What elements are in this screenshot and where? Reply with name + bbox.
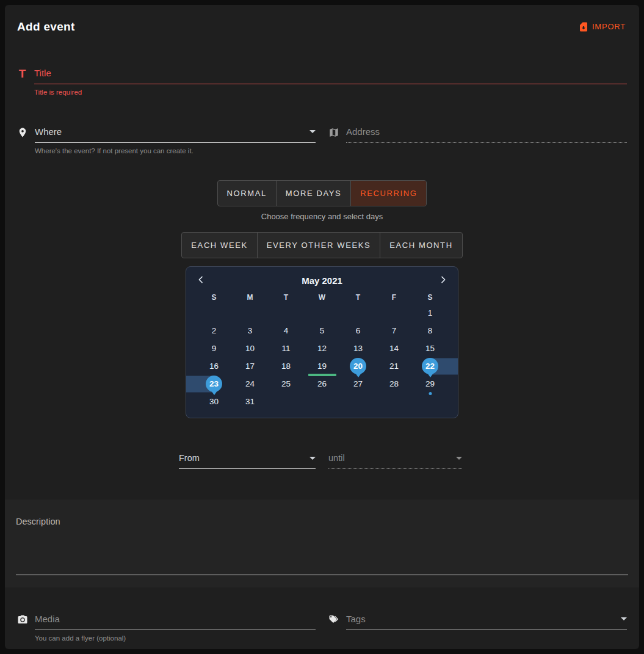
calendar-day-5[interactable]: 5 [304, 322, 340, 340]
location-row: Where Where's the event? If not present … [17, 126, 627, 154]
day-number: 16 [206, 358, 222, 374]
day-number: 5 [314, 322, 330, 339]
calendar-day-30[interactable]: 30 [196, 393, 232, 410]
calendar-day-empty [376, 393, 412, 410]
day-number: 11 [278, 340, 294, 357]
calendar-day-27[interactable]: 27 [340, 375, 376, 393]
calendar-day-24[interactable]: 24 [232, 375, 268, 393]
calendar-day-11[interactable]: 11 [268, 340, 304, 357]
calendar-day-empty [304, 304, 340, 322]
calendar-day-22[interactable]: 22 [412, 357, 448, 375]
calendar-day-31[interactable]: 31 [232, 393, 268, 410]
calendar-day-16[interactable]: 16 [196, 357, 232, 375]
tab-more-days[interactable]: MORE DAYS [277, 181, 351, 206]
calendar-day-empty [268, 393, 304, 410]
day-number: 6 [350, 322, 366, 339]
day-number: 13 [350, 340, 366, 357]
description-field[interactable]: Description [5, 500, 639, 587]
calendar-next-button[interactable] [435, 272, 452, 289]
address-input[interactable]: Address [346, 126, 627, 143]
import-file-icon [578, 21, 589, 32]
calendar-prev-button[interactable] [192, 272, 209, 289]
time-range-row: From until [179, 453, 639, 469]
day-number: 17 [242, 358, 258, 374]
calendar-day-18[interactable]: 18 [268, 357, 304, 375]
day-number: 9 [206, 340, 222, 357]
calendar-dow-label: S [412, 293, 448, 302]
until-field: until [328, 453, 462, 469]
calendar-month-label: May 2021 [302, 275, 342, 286]
calendar-day-6[interactable]: 6 [340, 322, 376, 340]
calendar-day-20[interactable]: 20 [340, 357, 376, 375]
day-number: 10 [242, 340, 258, 357]
calendar-day-12[interactable]: 12 [304, 340, 340, 357]
calendar-day-29[interactable]: 29 [412, 375, 448, 393]
dialog-header: Add event IMPORT [5, 5, 639, 36]
tags-select[interactable]: Tags [346, 614, 627, 630]
calendar-dow-label: F [376, 293, 412, 302]
calendar-day-23[interactable]: 23 [196, 375, 232, 393]
calendar-day-2[interactable]: 2 [196, 322, 232, 340]
calendar-day-headers: SMTWTFS [186, 293, 458, 302]
tab-recurring[interactable]: RECURRING [351, 181, 426, 206]
calendar-dow-label: S [196, 293, 232, 302]
calendar-dow-label: T [268, 293, 304, 302]
calendar-day-4[interactable]: 4 [268, 322, 304, 340]
until-select[interactable]: until [328, 453, 462, 469]
calendar-day-empty [196, 304, 232, 322]
day-number: 18 [278, 358, 294, 374]
media-helper-text: You can add a flyer (optional) [35, 634, 316, 642]
chevron-left-icon [196, 275, 206, 285]
calendar-day-26[interactable]: 26 [304, 375, 340, 393]
calendar-day-15[interactable]: 15 [412, 340, 448, 357]
calendar-day-25[interactable]: 25 [268, 375, 304, 393]
frequency-option-each-week[interactable]: EACH WEEK [182, 233, 257, 258]
calendar-day-1[interactable]: 1 [412, 304, 448, 322]
where-field: Where Where's the event? If not present … [17, 126, 316, 154]
calendar-week-row: 1 [196, 304, 448, 322]
calendar-day-14[interactable]: 14 [376, 340, 412, 357]
media-tags-row: Media You can add a flyer (optional) Tag… [17, 614, 627, 642]
calendar-day-13[interactable]: 13 [340, 340, 376, 357]
calendar-day-9[interactable]: 9 [196, 340, 232, 357]
calendar-day-19[interactable]: 19 [304, 357, 340, 375]
calendar-day-8[interactable]: 8 [412, 322, 448, 340]
day-number: 1 [422, 305, 438, 321]
import-button[interactable]: IMPORT [574, 17, 629, 36]
media-input[interactable]: Media [35, 614, 316, 630]
day-number: 27 [350, 376, 366, 392]
day-number: 19 [314, 358, 330, 374]
calendar-dow-label: W [304, 293, 340, 302]
tab-normal[interactable]: NORMAL [218, 181, 277, 206]
title-icon: T [17, 68, 27, 96]
description-underline [16, 575, 628, 575]
day-number: 14 [386, 340, 402, 357]
frequency-helper-text: Choose frequency and select days [5, 212, 639, 221]
calendar-day-3[interactable]: 3 [232, 322, 268, 340]
location-pin-icon [17, 127, 28, 138]
calendar-dow-label: M [232, 293, 268, 302]
calendar-day-7[interactable]: 7 [376, 322, 412, 340]
frequency-option-every-other-weeks[interactable]: EVERY OTHER WEEKS [258, 233, 380, 258]
calendar-day-17[interactable]: 17 [232, 357, 268, 375]
title-input[interactable]: Title [34, 68, 627, 84]
address-placeholder: Address [346, 126, 380, 137]
chevron-down-icon [456, 457, 462, 460]
day-number: 24 [242, 376, 258, 392]
add-event-dialog: Add event IMPORT T Title Title is requir… [5, 5, 639, 649]
from-select[interactable]: From [179, 453, 316, 469]
where-select[interactable]: Where [35, 126, 316, 143]
description-label: Description [16, 517, 628, 526]
day-number: 30 [206, 393, 222, 410]
calendar-week-row: 9101112131415 [196, 340, 448, 357]
day-number: 4 [278, 322, 294, 339]
chevron-down-icon [309, 457, 316, 460]
calendar-day-10[interactable]: 10 [232, 340, 268, 357]
frequency-option-each-month[interactable]: EACH MONTH [380, 233, 461, 258]
day-number: 2 [206, 322, 222, 339]
calendar-day-28[interactable]: 28 [376, 375, 412, 393]
calendar-day-21[interactable]: 21 [376, 357, 412, 375]
calendar-day-empty [412, 393, 448, 410]
calendar-week-row: 23242526272829 [196, 375, 448, 393]
calendar-dow-label: T [340, 293, 376, 302]
